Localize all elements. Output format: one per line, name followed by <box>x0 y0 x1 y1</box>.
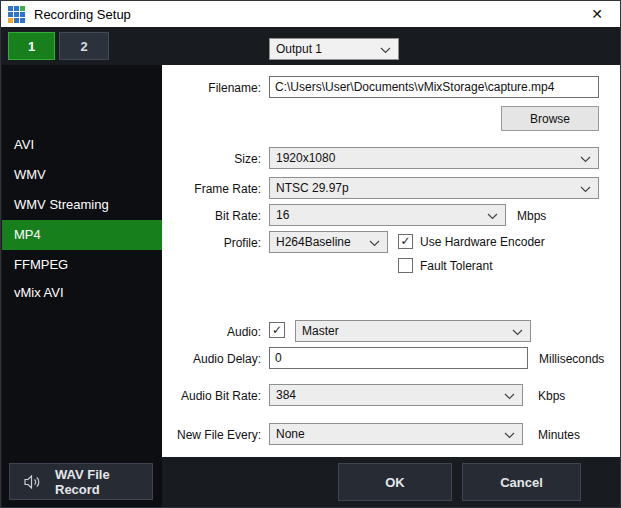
new-file-every-select-value: None <box>276 427 305 441</box>
audio-bit-rate-select[interactable]: 384 <box>269 384 523 406</box>
window-title: Recording Setup <box>34 7 131 22</box>
audio-bit-rate-unit: Kbps <box>538 388 565 404</box>
profile-select-value: H264Baseline <box>276 235 351 249</box>
chevron-down-icon <box>380 47 391 54</box>
frame-rate-select-value: NTSC 29.97p <box>276 181 349 195</box>
checkmark-icon: ✓ <box>272 324 282 337</box>
chevron-down-icon <box>580 156 591 163</box>
sidebar-item-wmv-streaming[interactable]: WMV Streaming <box>2 190 162 220</box>
output-select[interactable]: Output 1 <box>269 38 399 60</box>
audio-delay-label: Audio Delay: <box>167 351 261 367</box>
sidebar-item-wmv[interactable]: WMV <box>2 160 162 190</box>
cancel-button[interactable]: Cancel <box>462 463 581 501</box>
sidebar-item-vmix-avi[interactable]: vMix AVI <box>2 278 162 308</box>
chevron-down-icon <box>504 432 515 439</box>
checkmark-icon: ✓ <box>400 235 410 248</box>
browse-button[interactable]: Browse <box>501 106 599 131</box>
output-tab-2[interactable]: 2 <box>59 32 109 60</box>
bit-rate-unit: Mbps <box>517 208 546 224</box>
close-icon[interactable]: ✕ <box>574 1 620 27</box>
profile-label: Profile: <box>167 235 261 251</box>
audio-source-select-value: Master <box>302 324 339 338</box>
audio-source-select[interactable]: Master <box>295 320 531 342</box>
use-hardware-encoder-checkbox[interactable]: ✓ <box>398 234 413 249</box>
output-select-value: Output 1 <box>276 42 322 56</box>
bit-rate-select-value: 16 <box>276 208 289 222</box>
audio-delay-input[interactable] <box>269 347 528 369</box>
format-sidebar: AVI WMV WMV Streaming MP4 FFMPEG vMix AV… <box>2 65 162 508</box>
chevron-down-icon <box>487 213 498 220</box>
chevron-down-icon <box>580 186 591 193</box>
frame-rate-label: Frame Rate: <box>167 181 261 197</box>
audio-checkbox[interactable]: ✓ <box>269 322 285 338</box>
titlebar[interactable]: Recording Setup ✕ <box>1 1 620 27</box>
profile-select[interactable]: H264Baseline <box>269 231 388 253</box>
new-file-every-unit: Minutes <box>538 427 580 443</box>
fault-tolerant-checkbox[interactable] <box>398 258 413 273</box>
size-select[interactable]: 1920x1080 <box>269 147 599 169</box>
audio-delay-unit: Milliseconds <box>539 351 604 367</box>
output-tab-1[interactable]: 1 <box>8 32 55 60</box>
chevron-down-icon <box>369 240 380 247</box>
size-label: Size: <box>167 151 261 167</box>
fault-tolerant-label: Fault Tolerant <box>420 258 493 274</box>
use-hardware-encoder-label: Use Hardware Encoder <box>420 234 545 250</box>
filename-label: Filename: <box>167 80 261 96</box>
wav-file-record-label: WAV File Record <box>55 467 152 497</box>
new-file-every-label: New File Every: <box>167 427 261 443</box>
ok-button[interactable]: OK <box>338 463 452 501</box>
filename-input[interactable] <box>269 76 599 98</box>
sidebar-item-ffmpeg[interactable]: FFMPEG <box>2 250 162 280</box>
chevron-down-icon <box>512 329 523 336</box>
bit-rate-label: Bit Rate: <box>167 208 261 224</box>
sidebar-item-mp4[interactable]: MP4 <box>2 220 162 250</box>
vmix-logo-icon <box>8 6 25 23</box>
wav-file-record-button[interactable]: WAV File Record <box>9 463 153 500</box>
chevron-down-icon <box>504 393 515 400</box>
frame-rate-select[interactable]: NTSC 29.97p <box>269 177 599 199</box>
size-select-value: 1920x1080 <box>276 151 335 165</box>
audio-bit-rate-label: Audio Bit Rate: <box>167 388 261 404</box>
recording-setup-dialog: Recording Setup ✕ 1 2 Output 1 AVI WMV W… <box>0 0 621 508</box>
audio-bit-rate-select-value: 384 <box>276 388 296 402</box>
audio-label: Audio: <box>167 324 261 340</box>
new-file-every-select[interactable]: None <box>269 423 523 445</box>
bit-rate-select[interactable]: 16 <box>269 204 506 226</box>
sidebar-item-avi[interactable]: AVI <box>2 130 162 160</box>
speaker-icon <box>24 475 41 489</box>
